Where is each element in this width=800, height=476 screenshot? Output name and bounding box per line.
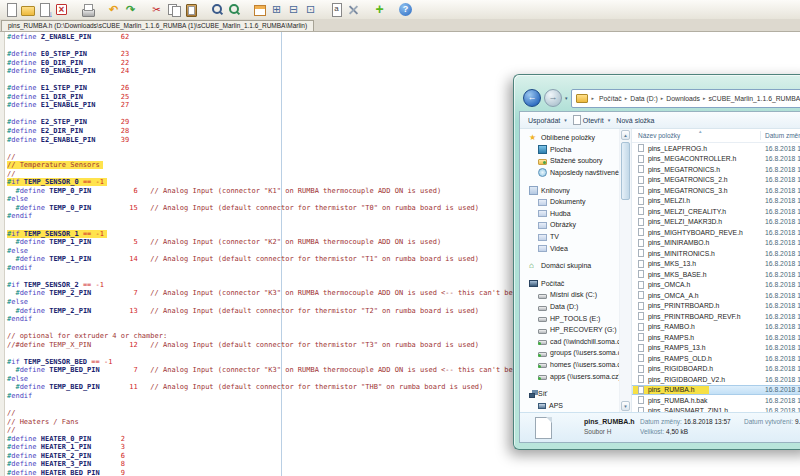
file-row-pins-rigidboard-v2-h[interactable]: pins_RIGIDBOARD_V2.h16.8.2018 13:57 bbox=[632, 374, 800, 385]
cut-icon[interactable] bbox=[149, 2, 164, 17]
file-name: pins_SAINSMART_ZIN1.h bbox=[648, 407, 728, 412]
copy-icon[interactable] bbox=[166, 2, 181, 17]
tree-item-label: Videa bbox=[550, 245, 568, 252]
tree-item-hudba[interactable]: Hudba bbox=[520, 208, 619, 220]
single-window-icon[interactable] bbox=[303, 2, 318, 17]
tree-item-hp-recovery-g[interactable]: HP_RECOVERY (G:) bbox=[520, 324, 619, 336]
tree-item-m-stn-disk-c[interactable]: Místní disk (C:) bbox=[520, 289, 619, 301]
file-row-pins-omca-a-h[interactable]: pins_OMCA_A.h16.8.2018 13:57 bbox=[632, 290, 800, 301]
organize-button[interactable]: Uspořádat bbox=[528, 117, 567, 124]
back-button[interactable] bbox=[523, 89, 541, 107]
help-icon[interactable] bbox=[398, 2, 413, 17]
tree-item-knihovny[interactable]: Knihovny bbox=[520, 184, 619, 196]
file-icon bbox=[638, 333, 644, 341]
file-row-pins-omca-h[interactable]: pins_OMCA.h16.8.2018 13:57 bbox=[632, 280, 800, 291]
tree-item-dom-c-skupina[interactable]: Domácí skupina bbox=[520, 260, 619, 272]
file-row-pins-ramps-13-h[interactable]: pins_RAMPS_13.h16.8.2018 13:57 bbox=[632, 343, 800, 354]
preview-icon[interactable] bbox=[329, 2, 344, 17]
tree-item-naposledy-nav-t-ven[interactable]: Naposledy navštívené bbox=[520, 167, 619, 179]
new-folder-button[interactable]: Nová složka bbox=[616, 117, 654, 124]
plugin-icon[interactable] bbox=[372, 2, 387, 17]
file-row-pins-mks-13-h[interactable]: pins_MKS_13.h16.8.2018 13:57 bbox=[632, 259, 800, 270]
file-row-pins-megatronics-3-h[interactable]: pins_MEGATRONICS_3.h16.8.2018 13:57 bbox=[632, 185, 800, 196]
file-row-pins-megatronics-2-h[interactable]: pins_MEGATRONICS_2.h16.8.2018 13:57 bbox=[632, 175, 800, 186]
address-bar[interactable]: ▸ Počítač▸Data (D:)▸Downloads▸sCUBE_Marl… bbox=[571, 89, 800, 108]
find-next-icon[interactable] bbox=[226, 2, 241, 17]
tree-item-sta-en-soubory[interactable]: Stažené soubory bbox=[520, 155, 619, 167]
tree-item-tv[interactable]: TV bbox=[520, 231, 619, 243]
file-row-pins-melzi-creality-h[interactable]: pins_MELZI_CREALITY.h16.8.2018 13:57 bbox=[632, 206, 800, 217]
tree-item-po-ta[interactable]: Počítač bbox=[520, 278, 619, 290]
tree-item-groups-users-soma-cz[interactable]: groups (\\users.soma.cz) bbox=[520, 347, 619, 359]
file-row-pins-megacontroller-h[interactable]: pins_MEGACONTROLLER.h16.8.2018 13:57 bbox=[632, 154, 800, 165]
editor-tab[interactable]: pins_RUMBA.h (D:\Downloads\sCUBE_Marlin_… bbox=[1, 20, 314, 31]
file-row-pins-rigidboard-h[interactable]: pins_RIGIDBOARD.h16.8.2018 13:57 bbox=[632, 364, 800, 375]
tree-item-obr-zky[interactable]: Obrázky bbox=[520, 219, 619, 231]
tree-item-cad-windchill-soma-cz[interactable]: cad (\\windchill.soma.cz) bbox=[520, 336, 619, 348]
breadcrumb-item-scube-marlin-1-1-6-rumba-1[interactable]: sCUBE_Marlin_1.1.6_RUMBA (1) bbox=[707, 95, 800, 102]
netdrive-icon bbox=[538, 340, 547, 345]
tree-scrollbar[interactable]: ▲ ▼ bbox=[619, 129, 632, 412]
tree-item-hp-tools-e[interactable]: HP_TOOLS (E:) bbox=[520, 312, 619, 324]
tile-windows-icon[interactable] bbox=[269, 2, 284, 17]
file-row-pins-printrboard-h[interactable]: pins_PRINTRBOARD.h16.8.2018 13:57 bbox=[632, 301, 800, 312]
undo-icon[interactable] bbox=[106, 2, 121, 17]
file-row-pins-mks-base-h[interactable]: pins_MKS_BASE.h16.8.2018 13:57 bbox=[632, 269, 800, 280]
scroll-up-icon[interactable]: ▲ bbox=[621, 130, 630, 140]
paste-icon[interactable] bbox=[183, 2, 198, 17]
tree-item-dokumenty[interactable]: Dokumenty bbox=[520, 196, 619, 208]
find-icon[interactable] bbox=[209, 2, 224, 17]
tree-item-s[interactable]: Síť bbox=[520, 388, 619, 400]
file-row-pins-minirambo-h[interactable]: pins_MINIRAMBO.h16.8.2018 13:57 bbox=[632, 238, 800, 249]
file-name: pins_MELZI_CREALITY.h bbox=[648, 208, 726, 215]
breadcrumb-item-po-ta[interactable]: Počítač bbox=[598, 95, 623, 102]
settings-icon[interactable] bbox=[346, 2, 361, 17]
close-file-icon[interactable] bbox=[54, 2, 69, 17]
created-label: Datum vytvoření: bbox=[744, 418, 793, 425]
forward-button[interactable] bbox=[544, 89, 562, 107]
tree-item-aps[interactable]: APS bbox=[520, 399, 619, 411]
scroll-down-icon[interactable]: ▼ bbox=[621, 401, 630, 411]
file-name: pins_MEGATRONICS.h bbox=[648, 166, 720, 173]
file-row-pins-melzi-h[interactable]: pins_MELZI.h16.8.2018 13:57 bbox=[632, 196, 800, 207]
file-row-pins-rumba-h-bak[interactable]: pins_RUMBA.h.bak16.8.2018 13:57 bbox=[632, 395, 800, 406]
file-row-pins-minitronics-h[interactable]: pins_MINITRONICS.h16.8.2018 13:57 bbox=[632, 248, 800, 259]
redo-icon[interactable] bbox=[123, 2, 138, 17]
open-button[interactable]: Otevřít bbox=[573, 115, 611, 125]
open-file-icon[interactable] bbox=[20, 2, 35, 17]
new-file-icon[interactable] bbox=[3, 2, 18, 17]
file-row-pins-rambo-h[interactable]: pins_RAMBO.h16.8.2018 13:57 bbox=[632, 322, 800, 333]
file-row-pins-rumba-h[interactable]: pins_RUMBA.h16.8.2018 13:57 bbox=[632, 385, 800, 396]
file-row-pins-ramps-h[interactable]: pins_RAMPS.h16.8.2018 13:57 bbox=[632, 332, 800, 343]
breadcrumb-item-downloads[interactable]: Downloads bbox=[665, 95, 701, 102]
print-icon[interactable] bbox=[80, 2, 95, 17]
breadcrumb-item-data-d[interactable]: Data (D:) bbox=[629, 95, 659, 102]
file-date: 16.8.2018 13:57 bbox=[765, 229, 800, 236]
recent-pages-chevron-icon[interactable]: ▾ bbox=[565, 95, 568, 101]
save-file-icon[interactable] bbox=[37, 2, 52, 17]
file-row-pins-printrboard-revf-h[interactable]: pins_PRINTRBOARD_REVF.h16.8.2018 13:57 bbox=[632, 311, 800, 322]
file-row-pins-megatronics-h[interactable]: pins_MEGATRONICS.h16.8.2018 13:57 bbox=[632, 164, 800, 175]
file-row-pins-ramps-old-h[interactable]: pins_RAMPS_OLD.h16.8.2018 13:57 bbox=[632, 353, 800, 364]
file-name: pins_RIGIDBOARD.h bbox=[648, 365, 713, 372]
new-folder-label: Nová složka bbox=[616, 117, 654, 124]
tree-item-data-d[interactable]: Data (D:) bbox=[520, 301, 619, 313]
new-window-icon[interactable] bbox=[252, 2, 267, 17]
tree-item-apps-users-soma-cz-z[interactable]: apps (\\users.soma.cz) (Z:) bbox=[520, 370, 619, 382]
file-row-pins-mightyboard-reve-h[interactable]: pins_MIGHTYBOARD_REVE.h16.8.2018 13:57 bbox=[632, 227, 800, 238]
column-header-date[interactable]: Datum změny bbox=[765, 132, 800, 139]
minimize-window-icon[interactable] bbox=[286, 2, 301, 17]
file-row-pins-melzi-makr3d-h[interactable]: pins_MELZI_MAKR3D.h16.8.2018 13:57 bbox=[632, 217, 800, 228]
tree-item-obl-ben-polo-ky[interactable]: Oblíbené položky bbox=[520, 132, 619, 144]
file-date: 16.8.2018 13:57 bbox=[765, 250, 800, 257]
file-row-pins-leapfrog-h[interactable]: pins_LEAPFROG.h16.8.2018 13:57 bbox=[632, 143, 800, 154]
column-header-name[interactable]: Název položky bbox=[638, 132, 680, 139]
tree-item-videa[interactable]: Videa bbox=[520, 242, 619, 254]
tree-item-homes-users-soma-cz[interactable]: homes (\\users.soma.cz) bbox=[520, 359, 619, 371]
column-separator[interactable] bbox=[760, 131, 761, 140]
file-date: 16.8.2018 13:57 bbox=[765, 323, 800, 330]
code-line: #define Z_ENABLE_PIN 62 bbox=[7, 33, 664, 42]
scrollbar-thumb[interactable] bbox=[621, 142, 630, 200]
star-icon bbox=[529, 133, 538, 142]
tree-item-plocha[interactable]: Plocha bbox=[520, 144, 619, 156]
